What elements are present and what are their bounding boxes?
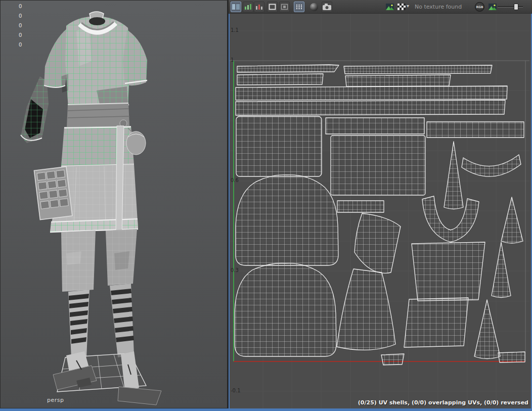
uv-shell[interactable] bbox=[498, 352, 525, 362]
uv-shell[interactable] bbox=[236, 86, 507, 100]
axis-label-neg-0-1: -0.1 bbox=[231, 388, 241, 393]
uv-shell[interactable] bbox=[354, 213, 401, 273]
uv-shell[interactable] bbox=[237, 65, 339, 72]
axis-label-1: 1 bbox=[231, 57, 234, 63]
viewport-camera-label: persp bbox=[47, 397, 64, 403]
uv-shell[interactable] bbox=[412, 242, 485, 301]
texture-status-label: No texture found bbox=[415, 4, 462, 10]
uv-shell[interactable] bbox=[444, 142, 463, 209]
uv-shell[interactable] bbox=[237, 74, 323, 85]
axis-label-0-3: 0.3 bbox=[231, 267, 239, 273]
display-image-icon[interactable] bbox=[384, 2, 395, 12]
image-ratio-icon[interactable] bbox=[487, 2, 498, 12]
uv-shell[interactable] bbox=[345, 75, 451, 86]
character-model[interactable] bbox=[1, 1, 228, 408]
shaded-sphere-icon[interactable] bbox=[308, 2, 319, 12]
axis-label-1-1: 1.1 bbox=[231, 27, 239, 33]
uv-distortion-icon[interactable] bbox=[243, 2, 253, 12]
uv-shell[interactable] bbox=[337, 201, 384, 212]
hud-counter: 0 bbox=[19, 40, 22, 50]
uv-shell[interactable] bbox=[236, 175, 338, 265]
hud-counter: 0 bbox=[19, 21, 22, 30]
uv-shell[interactable] bbox=[381, 354, 404, 365]
polycount-hud: 0 0 0 0 0 bbox=[19, 2, 22, 50]
dim-image-slider-track[interactable] bbox=[498, 6, 523, 8]
panel-focus-border bbox=[0, 408, 532, 411]
checker-texture-icon[interactable] bbox=[396, 2, 407, 12]
maya-window: 0 0 0 0 0 persp bbox=[0, 0, 532, 411]
texture-dropdown-arrow[interactable]: ▾ bbox=[407, 3, 409, 9]
uv-layout-icon[interactable] bbox=[231, 2, 241, 12]
waist-sash[interactable] bbox=[67, 103, 129, 127]
uv-shell[interactable] bbox=[344, 65, 492, 74]
dim-image-slider-handle[interactable] bbox=[514, 4, 518, 10]
uv-shell[interactable] bbox=[404, 298, 468, 347]
uv-canvas[interactable]: 1.1 1 0.6 0.3 -0.1 (0/25) UV shells, (0/… bbox=[229, 14, 532, 408]
uv-shell[interactable] bbox=[236, 116, 322, 176]
hud-counter: 0 bbox=[19, 30, 22, 40]
rgb-channels-button[interactable]: RGB bbox=[475, 2, 484, 12]
uv-shell[interactable] bbox=[492, 242, 511, 298]
pixel-grid-icon[interactable] bbox=[294, 2, 304, 12]
border-edges-icon[interactable] bbox=[267, 2, 278, 12]
armor-plate[interactable] bbox=[34, 167, 72, 220]
uv-shell-status-bar: (0/25) UV shells, (0/0) overlapping UVs,… bbox=[358, 399, 528, 406]
legs[interactable] bbox=[61, 229, 137, 358]
hud-counter: 0 bbox=[19, 2, 22, 11]
uv-shell[interactable] bbox=[326, 118, 424, 134]
uv-editor-panel: ▾ No texture found RGB bbox=[229, 0, 532, 408]
uv-shell[interactable] bbox=[331, 135, 425, 195]
uv-editor-toolbar: ▾ No texture found RGB bbox=[229, 0, 532, 14]
hud-counter: 0 bbox=[19, 11, 22, 21]
uv-snapshot-icon[interactable] bbox=[322, 2, 332, 12]
uv-shell[interactable] bbox=[427, 122, 524, 138]
perspective-viewport[interactable]: 0 0 0 0 0 persp bbox=[0, 0, 229, 408]
uv-shell[interactable] bbox=[462, 155, 521, 176]
shell-border-icon[interactable] bbox=[279, 2, 290, 12]
uv-shell[interactable] bbox=[501, 197, 523, 243]
left-sleeve-drape[interactable] bbox=[21, 76, 49, 143]
uv-value-icon[interactable] bbox=[254, 2, 264, 12]
uv-shell[interactable] bbox=[337, 269, 395, 350]
uv-shell[interactable] bbox=[236, 100, 505, 115]
axis-label-0-6: 0.6 bbox=[231, 177, 239, 183]
uv-shell[interactable] bbox=[235, 263, 336, 356]
uv-grid-surface[interactable] bbox=[230, 14, 529, 408]
